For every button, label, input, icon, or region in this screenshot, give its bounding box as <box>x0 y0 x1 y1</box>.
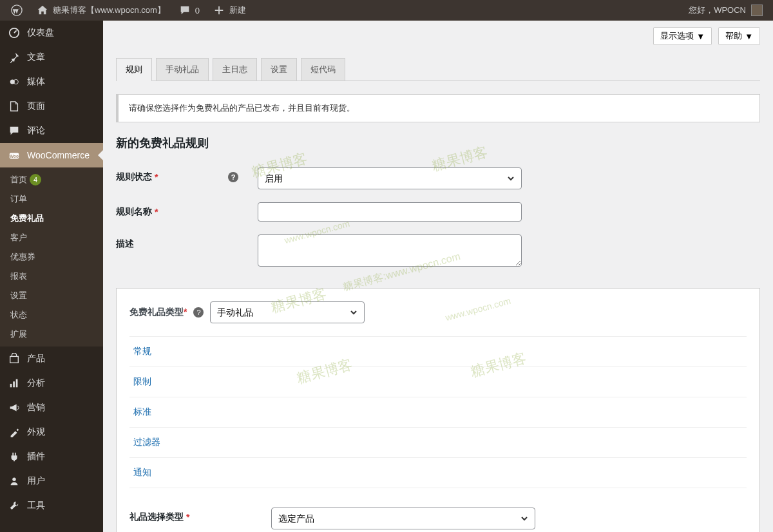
sidebar-item-posts[interactable]: 文章 <box>0 45 103 70</box>
label-gift-type: 免费礼品类型* <box>129 307 187 318</box>
new-label: 新建 <box>229 5 246 16</box>
label-rule-status: 规则状态* ? <box>116 167 245 183</box>
control-description <box>258 234 522 269</box>
sidebar-item-woocommerce[interactable]: Woo WooCommerce <box>0 143 103 167</box>
sidebar-item-media[interactable]: 媒体 <box>0 70 103 94</box>
select-rule-status[interactable]: 启用 <box>258 167 522 189</box>
row-rule-status: 规则状态* ? 启用 <box>103 161 773 196</box>
page-icon <box>8 100 21 113</box>
select-gift-select-type[interactable]: 选定产品 <box>271 508 535 529</box>
subnav-notice[interactable]: 通知 <box>129 458 747 488</box>
svg-rect-9 <box>16 379 18 388</box>
sidebar-item-pages[interactable]: 页面 <box>0 94 103 119</box>
sidebar-label: 页面 <box>27 100 45 112</box>
subnav: 常规 限制 标准 过滤器 通知 <box>129 336 747 488</box>
sidebar-item-tools[interactable]: 工具 <box>0 493 103 518</box>
svg-rect-8 <box>13 381 15 387</box>
comments-count: 0 <box>195 6 200 15</box>
required-marker: * <box>186 512 189 522</box>
select-gift-type[interactable]: 手动礼品 <box>210 301 365 323</box>
subnav-general[interactable]: 常规 <box>129 337 747 367</box>
tools-icon <box>8 499 21 512</box>
sidebar-label: 分析 <box>27 377 45 389</box>
gift-type-panel: 免费礼品类型* ? 手动礼品 常规 限制 标准 过滤器 通知 礼品选择类型* 选… <box>116 288 760 532</box>
tab-manual-gifts[interactable]: 手动礼品 <box>156 58 209 81</box>
required-marker: * <box>155 207 158 217</box>
badge: 4 <box>30 174 41 185</box>
woo-icon: Woo <box>8 149 21 162</box>
wordpress-icon <box>10 4 23 17</box>
subnav-filter[interactable]: 过滤器 <box>129 428 747 458</box>
sidebar-item-plugins[interactable]: 插件 <box>0 444 103 469</box>
required-marker: * <box>184 307 187 317</box>
required-marker: * <box>155 172 158 182</box>
woo-submenu: 首页4 订单 免费礼品 客户 优惠券 报表 设置 状态 扩展 <box>0 167 103 347</box>
caret-down-icon: ▼ <box>696 32 705 41</box>
product-icon <box>8 352 21 365</box>
label-rule-name: 规则名称* <box>116 202 245 218</box>
sidebar-label: 产品 <box>27 353 45 365</box>
pin-icon <box>8 51 21 64</box>
new-content[interactable]: 新建 <box>207 0 251 21</box>
control-rule-name <box>258 202 522 222</box>
sidebar-item-marketing[interactable]: 营销 <box>0 395 103 420</box>
sub-settings[interactable]: 设置 <box>0 286 103 305</box>
tab-settings[interactable]: 设置 <box>261 58 297 81</box>
sidebar-item-analytics[interactable]: 分析 <box>0 371 103 395</box>
wp-logo[interactable] <box>5 0 28 21</box>
plugins-icon <box>8 450 21 463</box>
sub-free-gifts[interactable]: 免费礼品 <box>0 209 103 228</box>
label-gift-select-type: 礼品选择类型* <box>129 508 258 523</box>
help-icon[interactable]: ? <box>228 172 238 182</box>
sidebar-item-comments[interactable]: 评论 <box>0 119 103 143</box>
caret-down-icon: ▼ <box>745 32 753 41</box>
sub-coupons[interactable]: 优惠券 <box>0 247 103 267</box>
textarea-description[interactable] <box>258 234 522 267</box>
control-rule-status: 启用 <box>258 167 522 189</box>
greeting[interactable]: 您好，WPOCN <box>689 5 746 16</box>
sub-orders[interactable]: 订单 <box>0 189 103 209</box>
media-icon <box>8 75 21 88</box>
site-link[interactable]: 糖果博客【www.wpocn.com】 <box>31 0 171 21</box>
sub-reports[interactable]: 报表 <box>0 267 103 286</box>
sub-status[interactable]: 状态 <box>0 305 103 325</box>
notice: 请确保您选择作为免费礼品的产品已发布，并且目前有现货。 <box>116 94 760 122</box>
sidebar-label: 媒体 <box>27 76 45 88</box>
sidebar-label: 外观 <box>27 426 45 438</box>
sidebar-label: WooCommerce <box>27 150 90 160</box>
tab-main-log[interactable]: 主日志 <box>213 58 257 81</box>
subnav-limit[interactable]: 限制 <box>129 367 747 397</box>
input-rule-name[interactable] <box>258 202 522 222</box>
subnav-standard[interactable]: 标准 <box>129 397 747 428</box>
sidebar-item-users[interactable]: 用户 <box>0 469 103 493</box>
sidebar-item-appearance[interactable]: 外观 <box>0 420 103 444</box>
content-header: 显示选项 ▼ 帮助 ▼ <box>103 21 773 45</box>
row-description: 描述 <box>103 228 773 275</box>
sub-extensions[interactable]: 扩展 <box>0 325 103 344</box>
screen-options-button[interactable]: 显示选项 ▼ <box>653 27 712 45</box>
sidebar-label: 仪表盘 <box>27 27 54 39</box>
sidebar-item-dashboard[interactable]: 仪表盘 <box>0 21 103 45</box>
avatar[interactable] <box>751 5 763 16</box>
sidebar-label: 用户 <box>27 475 45 487</box>
site-title: 糖果博客【www.wpocn.com】 <box>53 5 166 16</box>
tab-rules[interactable]: 规则 <box>116 58 152 81</box>
sidebar-label: 工具 <box>27 500 45 511</box>
sub-home[interactable]: 首页4 <box>0 170 103 189</box>
sub-customers[interactable]: 客户 <box>0 228 103 247</box>
row-rule-name: 规则名称* <box>103 196 773 228</box>
sidebar-item-products[interactable]: 产品 <box>0 347 103 371</box>
tab-shortcode[interactable]: 短代码 <box>301 58 345 81</box>
notice-text: 请确保您选择作为免费礼品的产品已发布，并且目前有现货。 <box>129 103 355 113</box>
sidebar-label: 文章 <box>27 52 45 63</box>
help-icon[interactable]: ? <box>193 307 204 318</box>
comment-icon <box>178 4 191 17</box>
label-description: 描述 <box>116 234 245 250</box>
comments-link[interactable]: 0 <box>173 0 205 21</box>
marketing-icon <box>8 401 21 414</box>
analytics-icon <box>8 377 21 390</box>
help-button[interactable]: 帮助 ▼ <box>718 27 760 45</box>
control-gift-select-type: 选定产品 <box>271 508 535 529</box>
svg-rect-7 <box>10 384 12 387</box>
sidebar-label: 营销 <box>27 402 45 413</box>
